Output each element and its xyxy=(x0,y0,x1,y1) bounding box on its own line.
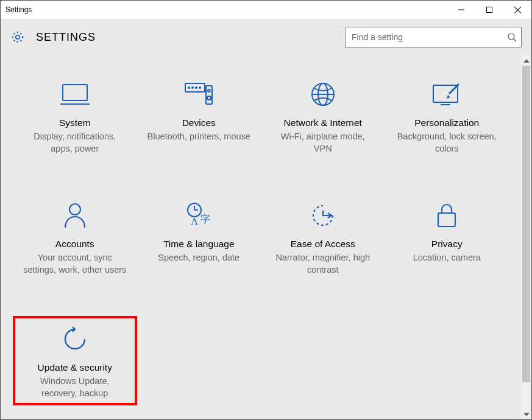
devices-icon xyxy=(183,77,215,111)
svg-line-7 xyxy=(514,39,516,41)
tile-network[interactable]: Network & Internet Wi-Fi, airplane mode,… xyxy=(261,74,385,158)
search-input[interactable] xyxy=(346,32,503,42)
svg-text:A: A xyxy=(191,216,198,226)
tile-title: Update & security xyxy=(38,362,112,373)
display-icon xyxy=(59,77,91,111)
tile-desc: Location, camera xyxy=(413,252,481,264)
scrollbar-thumb[interactable] xyxy=(522,66,530,382)
gear-icon xyxy=(10,30,25,44)
tile-system[interactable]: System Display, notifications, apps, pow… xyxy=(13,74,137,158)
tile-title: Personalization xyxy=(414,117,479,128)
svg-rect-15 xyxy=(206,86,212,104)
minimize-button[interactable] xyxy=(447,1,475,19)
update-icon xyxy=(60,322,90,356)
close-button[interactable] xyxy=(503,1,531,19)
tile-title: Devices xyxy=(182,117,216,128)
scroll-down-icon[interactable] xyxy=(521,409,531,419)
svg-point-14 xyxy=(199,87,200,88)
svg-rect-29 xyxy=(438,213,455,226)
tile-title: Network & Internet xyxy=(284,117,362,128)
tile-desc: Windows Update, recovery, backup xyxy=(23,376,127,399)
svg-point-5 xyxy=(13,32,23,42)
tiles-grid: System Display, notifications, apps, pow… xyxy=(1,55,521,419)
vertical-scrollbar[interactable] xyxy=(521,55,531,419)
globe-icon xyxy=(308,77,338,111)
personalization-icon xyxy=(431,77,463,111)
svg-point-4 xyxy=(16,35,20,39)
svg-point-13 xyxy=(196,87,197,88)
svg-point-16 xyxy=(208,89,210,92)
tile-update-security[interactable]: Update & security Windows Update, recove… xyxy=(13,316,137,405)
ease-of-access-icon xyxy=(308,198,338,233)
search-box[interactable] xyxy=(345,27,522,47)
titlebar: Settings xyxy=(1,1,531,19)
settings-header: SETTINGS xyxy=(1,19,531,55)
tile-personalization[interactable]: Personalization Background, lock screen,… xyxy=(385,74,509,158)
page-title: SETTINGS xyxy=(36,31,96,44)
tile-devices[interactable]: Devices Bluetooth, printers, mouse xyxy=(137,74,261,158)
tile-title: Accounts xyxy=(55,239,94,250)
tile-title: Time & language xyxy=(163,239,235,250)
tile-desc: Speech, region, date xyxy=(158,252,239,264)
svg-rect-1 xyxy=(487,7,492,13)
lock-icon xyxy=(434,198,459,233)
tile-title: System xyxy=(59,117,91,128)
svg-text:字: 字 xyxy=(200,214,210,224)
tile-title: Ease of Access xyxy=(291,239,355,250)
content-area: SETTINGS xyxy=(1,19,531,419)
window-title: Settings xyxy=(1,5,32,14)
tile-desc: Background, lock screen, colors xyxy=(395,131,498,155)
maximize-button[interactable] xyxy=(475,1,503,19)
settings-window: Settings SETTINGS xyxy=(0,0,532,420)
tile-desc: Your account, sync settings, work, other… xyxy=(23,252,127,276)
person-icon xyxy=(62,198,88,233)
svg-point-17 xyxy=(207,96,211,100)
settings-body: System Display, notifications, apps, pow… xyxy=(1,55,531,419)
tile-privacy[interactable]: Privacy Location, camera xyxy=(385,195,509,279)
search-icon xyxy=(503,32,521,42)
tile-desc: Narrator, magnifier, high contrast xyxy=(271,252,375,276)
tile-desc: Wi-Fi, airplane mode, VPN xyxy=(271,131,375,155)
svg-rect-8 xyxy=(63,85,87,100)
time-language-icon: A 字 xyxy=(183,198,214,233)
tile-desc: Bluetooth, printers, mouse xyxy=(147,131,250,143)
tile-title: Privacy xyxy=(431,239,463,250)
tile-ease-of-access[interactable]: Ease of Access Narrator, magnifier, high… xyxy=(261,195,385,279)
svg-point-6 xyxy=(508,33,514,40)
svg-point-12 xyxy=(192,87,193,88)
svg-point-11 xyxy=(188,87,190,88)
tile-desc: Display, notifications, apps, power xyxy=(23,131,127,155)
tile-accounts[interactable]: Accounts Your account, sync settings, wo… xyxy=(13,195,137,279)
svg-point-23 xyxy=(69,204,80,215)
scroll-up-icon[interactable] xyxy=(521,55,531,66)
tile-time-language[interactable]: A 字 Time & language Speech, region, date xyxy=(137,195,261,279)
